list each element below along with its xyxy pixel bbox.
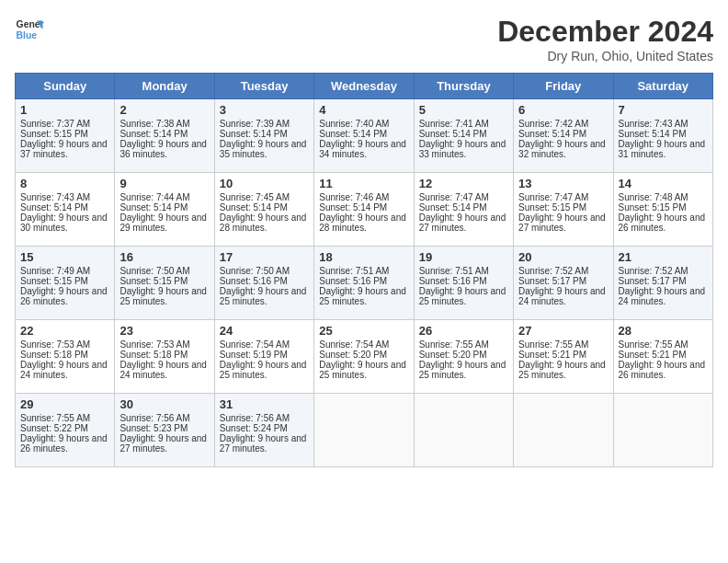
sunrise-time: Sunrise: 7:50 AM (119, 266, 189, 276)
day-number: 29 (20, 397, 109, 411)
calendar-cell: 23Sunrise: 7:53 AMSunset: 5:18 PMDayligh… (115, 320, 214, 394)
sunrise-time: Sunrise: 7:45 AM (220, 192, 290, 202)
day-number: 12 (419, 177, 508, 190)
day-number: 24 (220, 324, 309, 338)
sunrise-time: Sunrise: 7:44 AM (119, 192, 189, 202)
sunrise-time: Sunrise: 7:51 AM (319, 266, 389, 276)
calendar-cell (514, 394, 613, 467)
sunset-time: Sunset: 5:14 PM (319, 129, 387, 139)
daylight-hours: Daylight: 9 hours and 37 minutes. (20, 139, 108, 159)
calendar-cell (414, 394, 513, 467)
sunrise-time: Sunrise: 7:38 AM (119, 119, 189, 129)
sunrise-time: Sunrise: 7:56 AM (119, 413, 189, 423)
daylight-hours: Daylight: 9 hours and 26 minutes. (20, 433, 108, 454)
sunset-time: Sunset: 5:18 PM (119, 350, 188, 360)
calendar-cell: 28Sunrise: 7:55 AMSunset: 5:21 PMDayligh… (613, 320, 712, 394)
daylight-hours: Daylight: 9 hours and 28 minutes. (220, 213, 307, 233)
sunset-time: Sunset: 5:23 PM (119, 423, 188, 433)
daylight-hours: Daylight: 9 hours and 25 minutes. (119, 286, 207, 306)
day-number: 22 (20, 324, 109, 338)
header-row: Sunday Monday Tuesday Wednesday Thursday… (16, 74, 713, 99)
sunrise-time: Sunrise: 7:56 AM (220, 413, 290, 423)
calendar-cell: 15Sunrise: 7:49 AMSunset: 5:15 PMDayligh… (16, 247, 115, 320)
sunrise-time: Sunrise: 7:46 AM (319, 192, 389, 202)
page-title: December 2024 (497, 15, 713, 49)
daylight-hours: Daylight: 9 hours and 25 minutes. (518, 360, 606, 380)
day-number: 6 (518, 103, 608, 117)
sunrise-time: Sunrise: 7:43 AM (20, 192, 90, 202)
sunset-time: Sunset: 5:14 PM (119, 129, 188, 139)
day-number: 3 (220, 103, 309, 117)
header: General Blue December 2024 Dry Run, Ohio… (15, 15, 713, 63)
logo: General Blue (15, 15, 44, 44)
sunrise-time: Sunrise: 7:42 AM (518, 119, 588, 129)
day-number: 25 (319, 324, 408, 338)
sunset-time: Sunset: 5:16 PM (419, 276, 487, 286)
col-tuesday: Tuesday (214, 74, 313, 99)
sunrise-time: Sunrise: 7:47 AM (518, 192, 588, 202)
daylight-hours: Daylight: 9 hours and 27 minutes. (419, 213, 506, 233)
day-number: 10 (220, 177, 309, 190)
calendar-cell: 8Sunrise: 7:43 AMSunset: 5:14 PMDaylight… (16, 173, 115, 247)
sunrise-time: Sunrise: 7:55 AM (20, 413, 90, 423)
day-number: 17 (220, 250, 309, 264)
calendar-cell: 17Sunrise: 7:50 AMSunset: 5:16 PMDayligh… (214, 247, 313, 320)
sunset-time: Sunset: 5:14 PM (220, 202, 288, 213)
day-number: 2 (119, 103, 209, 117)
daylight-hours: Daylight: 9 hours and 25 minutes. (220, 286, 307, 306)
daylight-hours: Daylight: 9 hours and 35 minutes. (220, 139, 307, 159)
calendar-week-3: 15Sunrise: 7:49 AMSunset: 5:15 PMDayligh… (16, 247, 713, 320)
day-number: 15 (20, 250, 109, 264)
daylight-hours: Daylight: 9 hours and 24 minutes. (619, 286, 706, 306)
sunset-time: Sunset: 5:15 PM (619, 202, 687, 213)
day-number: 9 (119, 177, 209, 190)
calendar-cell: 29Sunrise: 7:55 AMSunset: 5:22 PMDayligh… (16, 394, 115, 467)
daylight-hours: Daylight: 9 hours and 36 minutes. (119, 139, 207, 159)
sunrise-time: Sunrise: 7:37 AM (20, 119, 90, 129)
daylight-hours: Daylight: 9 hours and 33 minutes. (419, 139, 506, 159)
sunrise-time: Sunrise: 7:53 AM (119, 339, 189, 350)
day-number: 27 (518, 324, 608, 338)
calendar-cell: 20Sunrise: 7:52 AMSunset: 5:17 PMDayligh… (514, 247, 613, 320)
day-number: 7 (619, 103, 708, 117)
sunset-time: Sunset: 5:15 PM (20, 129, 88, 139)
sunset-time: Sunset: 5:24 PM (220, 423, 288, 433)
sunset-time: Sunset: 5:19 PM (220, 350, 288, 360)
daylight-hours: Daylight: 9 hours and 26 minutes. (20, 286, 108, 306)
sunrise-time: Sunrise: 7:47 AM (419, 192, 489, 202)
calendar-cell: 25Sunrise: 7:54 AMSunset: 5:20 PMDayligh… (314, 320, 414, 394)
sunrise-time: Sunrise: 7:43 AM (619, 119, 688, 129)
calendar-week-1: 1Sunrise: 7:37 AMSunset: 5:15 PMDaylight… (16, 99, 713, 173)
daylight-hours: Daylight: 9 hours and 27 minutes. (119, 433, 207, 454)
sunset-time: Sunset: 5:17 PM (518, 276, 586, 286)
daylight-hours: Daylight: 9 hours and 25 minutes. (419, 360, 506, 380)
day-number: 26 (419, 324, 508, 338)
calendar-week-5: 29Sunrise: 7:55 AMSunset: 5:22 PMDayligh… (16, 394, 713, 467)
col-monday: Monday (115, 74, 214, 99)
sunrise-time: Sunrise: 7:54 AM (319, 339, 389, 350)
sunrise-time: Sunrise: 7:55 AM (419, 339, 489, 350)
sunset-time: Sunset: 5:14 PM (319, 202, 387, 213)
sunset-time: Sunset: 5:14 PM (518, 129, 586, 139)
sunrise-time: Sunrise: 7:55 AM (619, 339, 688, 350)
sunset-time: Sunset: 5:14 PM (119, 202, 188, 213)
day-number: 20 (518, 250, 608, 264)
calendar-cell: 26Sunrise: 7:55 AMSunset: 5:20 PMDayligh… (414, 320, 513, 394)
sunset-time: Sunset: 5:14 PM (220, 129, 288, 139)
daylight-hours: Daylight: 9 hours and 25 minutes. (319, 360, 406, 380)
day-number: 13 (518, 177, 608, 190)
logo-icon: General Blue (15, 15, 44, 44)
daylight-hours: Daylight: 9 hours and 25 minutes. (319, 286, 406, 306)
calendar-cell: 14Sunrise: 7:48 AMSunset: 5:15 PMDayligh… (613, 173, 712, 247)
daylight-hours: Daylight: 9 hours and 24 minutes. (20, 360, 108, 380)
daylight-hours: Daylight: 9 hours and 27 minutes. (220, 433, 307, 454)
sunrise-time: Sunrise: 7:55 AM (518, 339, 588, 350)
sunrise-time: Sunrise: 7:49 AM (20, 266, 90, 276)
col-thursday: Thursday (414, 74, 513, 99)
daylight-hours: Daylight: 9 hours and 26 minutes. (619, 213, 706, 233)
daylight-hours: Daylight: 9 hours and 29 minutes. (119, 213, 207, 233)
day-number: 23 (119, 324, 209, 338)
day-number: 14 (619, 177, 708, 190)
sunset-time: Sunset: 5:16 PM (220, 276, 288, 286)
sunrise-time: Sunrise: 7:48 AM (619, 192, 688, 202)
